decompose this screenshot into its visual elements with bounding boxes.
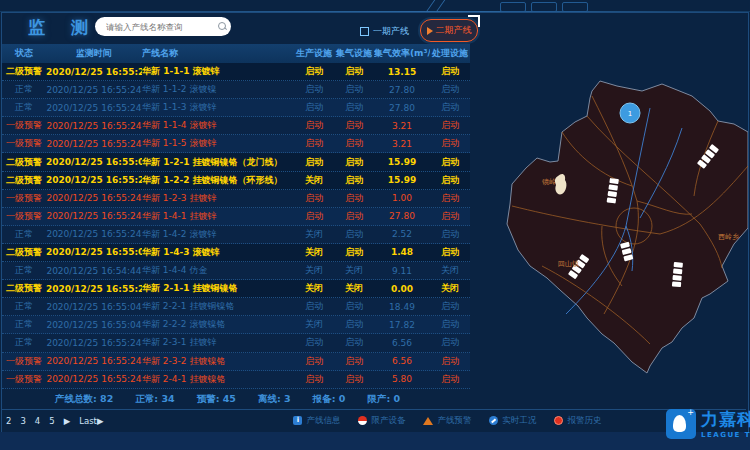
checkbox-icon[interactable] [360, 27, 369, 36]
table-cell: 3.21 [374, 121, 430, 131]
table-cell: 2020/12/25 16:55:24 [46, 121, 142, 131]
table-cell: 18.49 [374, 302, 430, 312]
table-cell: 关闭 [294, 174, 334, 187]
table-cell: 启动 [334, 228, 374, 241]
table-cell: 启动 [430, 119, 470, 132]
table-cell: 启动 [294, 300, 334, 313]
table-cell: 启动 [294, 119, 334, 132]
table-row[interactable]: 正常2020/12/25 16:55:24华新 1-1-3 滚镀锌启动启动27.… [2, 99, 470, 117]
header-divider [0, 11, 750, 12]
column-header: 产线名称 [142, 47, 294, 60]
legend-item[interactable]: i产线信息 [293, 415, 340, 427]
logo-en: LEAGUE TE [701, 431, 750, 439]
table-row[interactable]: 一级预警2020/12/25 16:55:24华新 2-4-1 挂镀镍铬启动启动… [2, 371, 470, 389]
table-row[interactable]: 正常2020/12/25 16:55:24华新 2-3-1 挂镀锌启动启动6.5… [2, 334, 470, 352]
table-cell: 6.56 [374, 356, 430, 366]
table-header: 状态监测时间产线名称生产设施集气设施集气效率(m³/s)处理设施 [2, 44, 470, 63]
table-row[interactable]: 正常2020/12/25 16:55:04华新 2-2-1 挂镀铜镍铬启动启动1… [2, 298, 470, 316]
table-cell: 2020/12/25 16:55:24 [46, 85, 142, 95]
table-cell: 启动 [334, 300, 374, 313]
table-row[interactable]: 正常2020/12/25 16:55:04华新 2-2-2 滚镀镍铬关闭启动17… [2, 316, 470, 334]
column-header: 状态 [2, 47, 46, 60]
search-box[interactable] [95, 17, 231, 36]
table-cell: 二级预警 [2, 174, 46, 187]
table-cell: 启动 [430, 101, 470, 114]
column-header: 监测时间 [46, 47, 142, 60]
table-row[interactable]: 一级预警2020/12/25 16:55:24华新 1-2-3 挂镀锌启动启动1… [2, 190, 470, 208]
table-cell: 启动 [430, 300, 470, 313]
region-map[interactable]: 镜岭镇回山镇西岭乡1 [482, 66, 748, 406]
alarm-icon [554, 416, 563, 425]
table-cell: 2020/12/25 16:55:24 [46, 175, 142, 185]
table-cell: 启动 [294, 355, 334, 368]
table-cell: 2020/12/25 16:55:04 [46, 157, 142, 167]
page-title: 监 测 [28, 16, 98, 39]
table-cell: 1.48 [374, 247, 430, 257]
table-row[interactable]: 一级预警2020/12/25 16:55:24华新 1-1-5 滚镀锌启动启动3… [2, 135, 470, 153]
table-cell: 启动 [294, 373, 334, 386]
place-label: 回山镇 [558, 260, 579, 268]
pagination: 2345▶Last▶ [6, 416, 103, 426]
table-cell: 启动 [334, 210, 374, 223]
summary-item: 预警: 45 [197, 393, 236, 406]
table-row[interactable]: 一级预警2020/12/25 16:55:24华新 1-1-4 滚镀锌启动启动3… [2, 117, 470, 135]
legend-label: 产线信息 [306, 415, 340, 427]
last-page-button[interactable]: Last▶ [79, 416, 103, 426]
table-cell: 启动 [430, 355, 470, 368]
table-cell: 一级预警 [2, 119, 46, 132]
legend-item[interactable]: 报警历史 [554, 415, 601, 427]
column-header: 处理设施 [430, 47, 470, 60]
table-cell: 启动 [430, 336, 470, 349]
table-cell: 启动 [334, 119, 374, 132]
table-cell: 一级预警 [2, 137, 46, 150]
page-number[interactable]: 4 [35, 416, 40, 426]
search-input[interactable] [104, 21, 218, 33]
table-row[interactable]: 二级预警2020/12/25 16:55:04华新 1-4-3 滚镀锌关闭启动1… [2, 244, 470, 262]
table-cell: 2020/12/25 16:55:24 [46, 229, 142, 239]
table-row[interactable]: 一级预警2020/12/25 16:55:24华新 2-3-2 挂镀镍铬启动启动… [2, 353, 470, 371]
table-cell: 启动 [430, 318, 470, 331]
table-cell: 15.99 [374, 175, 430, 185]
search-icon[interactable] [218, 22, 227, 31]
next-page-icon[interactable]: ▶ [64, 416, 71, 426]
table-row[interactable]: 二级预警2020/12/25 16:55:24华新 1-2-2 挂镀铜镍铬（环形… [2, 172, 470, 190]
table-row[interactable]: 正常2020/12/25 16:54:44华新 1-4-4 仿金关闭关闭9.11… [2, 262, 470, 280]
live-icon [489, 416, 498, 425]
table-row[interactable]: 正常2020/12/25 16:55:24华新 1-4-2 滚镀锌关闭启动2.5… [2, 226, 470, 244]
column-header: 集气效率(m³/s) [374, 47, 430, 60]
table-cell: 华新 1-1-5 滚镀锌 [142, 137, 294, 150]
bottom-toolbar: 2345▶Last▶ i产线信息限产设备产线预警实时工况报警历史 [2, 409, 746, 431]
table-cell: 一级预警 [2, 210, 46, 223]
table-cell: 华新 1-2-2 挂镀铜镍铬（环形线） [142, 174, 294, 187]
legend-item[interactable]: 限产设备 [358, 415, 405, 427]
table-cell: 关闭 [334, 264, 374, 277]
legend-item[interactable]: 实时工况 [489, 415, 536, 427]
legend-item[interactable]: 产线预警 [423, 415, 471, 427]
table-row[interactable]: 二级预警2020/12/25 16:55:24华新 2-1-1 挂镀铜镍铬关闭关… [2, 280, 470, 298]
table-cell: 启动 [334, 355, 374, 368]
summary-item: 离线: 3 [258, 393, 291, 406]
phase1-toggle[interactable]: 一期产线 [360, 25, 409, 38]
table-cell: 2020/12/25 16:55:04 [46, 320, 142, 330]
table-cell: 13.15 [374, 67, 430, 77]
table-row[interactable]: 二级预警2020/12/25 16:55:04华新 1-2-1 挂镀铜镍铬（龙门… [2, 153, 470, 171]
table-row[interactable]: 正常2020/12/25 16:55:24华新 1-1-2 滚镀镍启动启动27.… [2, 81, 470, 99]
table-cell: 华新 1-1-2 滚镀镍 [142, 83, 294, 96]
legend-label: 报警历史 [567, 415, 601, 427]
legend-label: 实时工况 [502, 415, 536, 427]
table-cell: 启动 [294, 83, 334, 96]
table-cell: 二级预警 [2, 156, 46, 169]
table-cell: 启动 [334, 192, 374, 205]
table-cell: 启动 [334, 156, 374, 169]
page-number[interactable]: 5 [49, 416, 54, 426]
table-row[interactable]: 一级预警2020/12/25 16:55:24华新 1-4-1 挂镀锌启动启动2… [2, 208, 470, 226]
table-cell: 2020/12/25 16:55:04 [46, 247, 142, 257]
table-cell: 关闭 [430, 282, 470, 295]
page-number[interactable]: 3 [20, 416, 25, 426]
table-row[interactable]: 二级预警2020/12/25 16:55:24华新 1-1-1 滚镀锌启动启动1… [2, 63, 470, 81]
table-cell: 27.80 [374, 85, 430, 95]
table-cell: 正常 [2, 83, 46, 96]
page-number[interactable]: 2 [6, 416, 11, 426]
table-cell: 华新 1-1-1 滚镀锌 [142, 65, 294, 78]
table-cell: 启动 [294, 210, 334, 223]
